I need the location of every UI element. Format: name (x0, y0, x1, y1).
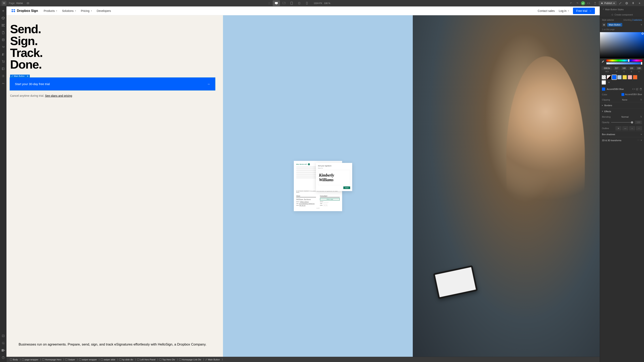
box-shadows-section[interactable]: Box shadows+ (600, 131, 644, 137)
status-indicator[interactable] (581, 1, 585, 5)
users-icon[interactable] (0, 51, 6, 58)
outline-dashed[interactable]: -- (629, 126, 635, 130)
click-to-sign[interactable]: Click to sign (320, 198, 340, 201)
swatch-lightblue[interactable] (617, 75, 622, 79)
webflow-logo[interactable]: W (2, 1, 6, 6)
swatch-white[interactable] (602, 80, 606, 85)
cart-icon[interactable] (0, 58, 6, 65)
menu-icon[interactable]: ⋮ (266, 0, 272, 6)
site-logo[interactable]: Dropbox Sign (11, 9, 38, 13)
insert-button[interactable]: Insert (343, 186, 350, 189)
check-icon[interactable] (0, 332, 6, 340)
hex-input[interactable] (602, 66, 612, 70)
search-icon[interactable] (0, 340, 6, 347)
canvas-width[interactable]: 1324 (314, 2, 318, 4)
nav-contact[interactable]: Contact sales (538, 9, 555, 12)
alpha-slider[interactable] (606, 62, 642, 64)
audit-icon[interactable] (0, 80, 6, 87)
swatch-add[interactable]: + (607, 80, 611, 85)
transforms-section[interactable]: 2D & 3D transforms⋯ + (600, 137, 644, 143)
panel-menu-icon[interactable]: ⋯ (640, 8, 642, 11)
settings-icon[interactable] (0, 72, 6, 80)
main-button[interactable]: Start your 30-day free trial → (10, 78, 215, 90)
bc-body[interactable]: Body (8, 359, 20, 361)
interactions-icon[interactable] (630, 0, 636, 6)
effects-section[interactable]: ▾Effects (600, 108, 644, 114)
a-input[interactable] (636, 66, 642, 70)
outline-none[interactable]: ✕ (616, 126, 622, 130)
undo-icon[interactable]: ↶ (568, 0, 574, 6)
h-input[interactable] (613, 66, 620, 70)
bc-page-wrapper[interactable]: page wrapper (20, 359, 40, 361)
device-tablet-small[interactable] (296, 0, 303, 6)
swatch-orange[interactable] (633, 75, 637, 79)
s-input[interactable] (621, 66, 628, 70)
design-canvas[interactable]: Dropbox Sign Products Solutions Pricing … (6, 6, 600, 357)
swatch-blackwhite[interactable] (607, 75, 611, 79)
navigator-icon[interactable] (0, 22, 6, 29)
bc-swiper-wrapper[interactable]: swiper wrapper (77, 359, 99, 361)
delete-icon[interactable] (640, 88, 642, 90)
assets-icon[interactable] (0, 65, 6, 72)
device-desktop[interactable] (273, 0, 280, 6)
bc-hp-slide-div[interactable]: hp slide div (117, 359, 135, 361)
swatch-yellow[interactable] (622, 75, 627, 79)
selector-chip[interactable]: Main Button (607, 23, 622, 26)
nav-pricing[interactable]: Pricing (81, 9, 92, 12)
opacity-input[interactable]: 100 (635, 120, 642, 124)
hero-headline[interactable]: Send. Sign. Track. Done. (10, 23, 215, 71)
device-desktop-large[interactable] (280, 0, 288, 6)
outline-dotted[interactable]: ⋯ (636, 126, 642, 130)
eyedropper-icon[interactable] (602, 60, 605, 64)
redo-icon[interactable]: ↷ (574, 0, 580, 6)
brush-icon[interactable] (618, 0, 623, 6)
selection-label[interactable]: Main Button ⚙ (10, 75, 30, 78)
bc-main-button[interactable]: Main Button (203, 359, 222, 361)
clipping-select[interactable]: None (622, 98, 627, 101)
borders-section[interactable]: ▸Borders (600, 102, 644, 108)
selection-settings-icon[interactable]: ⚙ (26, 75, 28, 77)
edit-icon[interactable] (636, 88, 638, 90)
nav-developers[interactable]: Developers (97, 9, 111, 12)
bolt-icon[interactable] (637, 0, 642, 6)
blending-select[interactable]: Normal (622, 116, 628, 118)
swatch-transparent[interactable] (602, 75, 606, 79)
code-icon[interactable] (586, 0, 592, 6)
nav-solutions[interactable]: Solutions (62, 9, 76, 12)
cms-icon[interactable] (0, 36, 6, 43)
canvas-zoom[interactable]: 100 % (324, 2, 330, 4)
bc-top-hero-div[interactable]: Top Hero Div (158, 359, 177, 361)
add-shadow-icon[interactable]: + (641, 133, 642, 136)
hero-description[interactable]: Businesses run on agreements. Prepare, s… (10, 342, 215, 351)
publish-button[interactable]: Publish ▾ (599, 1, 617, 5)
nav-trial-button[interactable]: Free trial→ (573, 8, 595, 14)
saturation-picker[interactable] (600, 32, 644, 58)
help-icon[interactable] (0, 354, 6, 361)
preview-icon[interactable] (25, 0, 31, 6)
swatch-blue[interactable] (612, 75, 616, 79)
hero-plans-link[interactable]: See plans and pricing (45, 94, 72, 97)
video-icon[interactable] (0, 347, 6, 354)
bc-homepage-hero[interactable]: Homepage Hero (40, 359, 64, 361)
detach-icon[interactable] (632, 88, 635, 90)
hue-slider[interactable] (606, 59, 642, 61)
bc-swiper-slide[interactable]: swiper slide (99, 359, 117, 361)
ecommerce-icon[interactable] (0, 43, 6, 51)
bc-swiper[interactable]: Swiper (64, 359, 77, 361)
inheriting-link[interactable]: 3 selectors (632, 19, 642, 21)
bc-left-hero-panel[interactable]: Left Hero Panel (135, 359, 158, 361)
selector-dropdown-icon[interactable]: ▾ (641, 23, 642, 26)
nav-login[interactable]: Log in (559, 9, 569, 12)
create-component-button[interactable]: Create component (600, 12, 644, 17)
swatch-pink[interactable] (628, 75, 632, 79)
outline-solid[interactable]: — (622, 126, 628, 130)
b-input[interactable] (628, 66, 635, 70)
device-mobile[interactable] (303, 0, 310, 6)
add-element-icon[interactable] (0, 7, 6, 14)
page-selector[interactable]: Page: Home (7, 2, 24, 5)
device-tablet[interactable] (288, 0, 295, 6)
nav-products[interactable]: Products (44, 9, 57, 12)
export-icon[interactable] (592, 0, 598, 6)
box-icon[interactable] (0, 14, 6, 22)
opacity-slider[interactable] (611, 122, 633, 123)
